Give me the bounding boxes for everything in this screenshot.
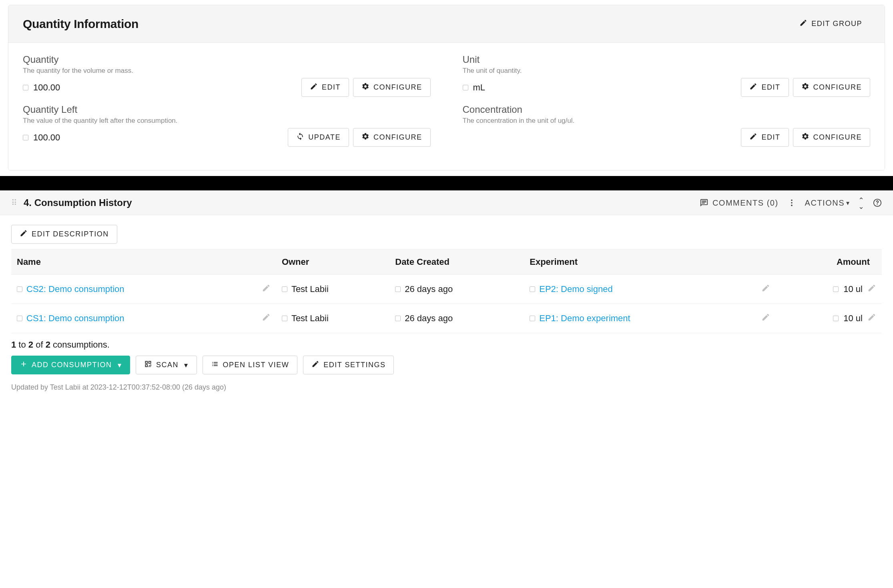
gear-icon: [801, 82, 809, 92]
card-title: Quantity Information: [23, 17, 138, 31]
open-list-view-button[interactable]: OPEN LIST VIEW: [203, 356, 298, 374]
edit-row-icon[interactable]: [867, 284, 876, 295]
field-label: Quantity: [23, 54, 431, 65]
divider-bar: [0, 176, 893, 190]
qr-icon: [144, 360, 152, 370]
checkbox-icon[interactable]: [23, 85, 28, 90]
consumption-history-section: ⠿ 4. Consumption History COMMENTS (0) AC…: [0, 190, 893, 396]
card-header: Quantity Information EDIT GROUP: [8, 5, 885, 43]
field-quantity-left: Quantity Left The value of the quantity …: [23, 104, 431, 147]
list-icon: [211, 360, 219, 370]
section-header: ⠿ 4. Consumption History COMMENTS (0) AC…: [0, 190, 893, 215]
sync-icon: [296, 132, 304, 142]
checkbox-icon[interactable]: [17, 316, 22, 321]
edit-description-button[interactable]: EDIT DESCRIPTION: [11, 225, 117, 244]
pencil-icon: [749, 132, 757, 142]
drag-handle-icon[interactable]: ⠿: [11, 199, 18, 207]
plus-icon: [20, 360, 28, 370]
row-experiment-link[interactable]: EP1: Demo experiment: [539, 313, 630, 324]
col-experiment: Experiment: [524, 250, 775, 275]
table-row: CS1: Demo consumptionTest Labii26 days a…: [11, 304, 882, 333]
row-date: 26 days ago: [405, 313, 453, 324]
field-label: Concentration: [463, 104, 871, 115]
gear-icon: [801, 132, 809, 142]
field-label: Unit: [463, 54, 871, 65]
field-value: mL: [473, 82, 486, 93]
edit-row-icon[interactable]: [262, 284, 271, 295]
checkbox-icon[interactable]: [17, 286, 22, 292]
field-value-row: mL: [463, 82, 486, 93]
actions-menu[interactable]: ACTIONS ▾: [805, 198, 849, 208]
checkbox-icon[interactable]: [530, 286, 535, 292]
pencil-icon: [311, 360, 319, 370]
consumption-table: Name Owner Date Created Experiment Amoun…: [11, 249, 882, 333]
edit-group-label: EDIT GROUP: [811, 20, 862, 28]
configure-button[interactable]: CONFIGURE: [353, 128, 431, 147]
checkbox-icon[interactable]: [282, 316, 287, 321]
comments-button[interactable]: COMMENTS (0): [700, 198, 779, 208]
checkbox-icon[interactable]: [833, 316, 839, 321]
col-owner: Owner: [276, 250, 389, 275]
field-label: Quantity Left: [23, 104, 431, 115]
row-owner: Test Labii: [291, 313, 329, 324]
button-row: ADD CONSUMPTION ▾ SCAN ▾ OPEN LIST VIEW …: [11, 356, 882, 374]
caret-down-icon: ▾: [846, 199, 849, 207]
row-owner: Test Labii: [291, 284, 329, 294]
help-icon[interactable]: [873, 198, 882, 207]
field-description: The value of the quantity left after the…: [23, 117, 431, 125]
table-header-row: Name Owner Date Created Experiment Amoun…: [11, 250, 882, 275]
col-date: Date Created: [389, 250, 524, 275]
pencil-icon: [799, 19, 807, 29]
edit-settings-button[interactable]: EDIT SETTINGS: [303, 356, 394, 374]
configure-button[interactable]: CONFIGURE: [793, 78, 871, 97]
field-description: The quantity for the volume or mass.: [23, 67, 431, 75]
collapse-icon[interactable]: ⌃⌃: [858, 198, 864, 207]
field-value: 100.00: [33, 132, 60, 143]
checkbox-icon[interactable]: [395, 286, 401, 292]
configure-button[interactable]: CONFIGURE: [353, 78, 431, 97]
pencil-icon: [310, 82, 318, 92]
edit-row-icon[interactable]: [761, 284, 770, 295]
quantity-info-card: Quantity Information EDIT GROUP Quantity…: [8, 5, 885, 170]
checkbox-icon[interactable]: [833, 286, 839, 292]
scan-button[interactable]: SCAN ▾: [136, 356, 197, 374]
row-experiment-link[interactable]: EP2: Demo signed: [539, 284, 612, 294]
pencil-icon: [20, 229, 28, 239]
field-unit: Unit The unit of quantity. mL EDIT CONFI…: [463, 54, 871, 97]
fields-grid: Quantity The quantity for the volume or …: [8, 43, 885, 170]
edit-row-icon[interactable]: [262, 313, 271, 324]
section-title: 4. Consumption History: [24, 197, 132, 208]
edit-button[interactable]: EDIT: [301, 78, 349, 97]
field-value-row: 100.00: [23, 132, 60, 143]
gear-icon: [361, 132, 369, 142]
pencil-icon: [749, 82, 757, 92]
add-consumption-button[interactable]: ADD CONSUMPTION ▾: [11, 356, 130, 374]
pagination-text: 1 to 2 of 2 consumptions.: [11, 340, 882, 350]
edit-row-icon[interactable]: [867, 313, 876, 324]
configure-button[interactable]: CONFIGURE: [793, 128, 871, 147]
edit-button[interactable]: EDIT: [741, 128, 789, 147]
caret-down-icon: ▾: [184, 361, 189, 370]
row-name-link[interactable]: CS2: Demo consumption: [26, 284, 124, 294]
more-icon[interactable]: [787, 198, 796, 207]
checkbox-icon[interactable]: [395, 316, 401, 321]
field-quantity: Quantity The quantity for the volume or …: [23, 54, 431, 97]
edit-button[interactable]: EDIT: [741, 78, 789, 97]
col-amount: Amount: [776, 250, 882, 275]
update-button[interactable]: UPDATE: [288, 128, 349, 147]
row-amount: 10 ul: [843, 284, 863, 294]
gear-icon: [361, 82, 369, 92]
checkbox-icon[interactable]: [282, 286, 287, 292]
edit-row-icon[interactable]: [761, 313, 770, 324]
checkbox-icon[interactable]: [23, 135, 28, 140]
row-date: 26 days ago: [405, 284, 453, 294]
checkbox-icon[interactable]: [463, 85, 468, 90]
row-amount: 10 ul: [843, 313, 863, 324]
checkbox-icon[interactable]: [530, 316, 535, 321]
row-name-link[interactable]: CS1: Demo consumption: [26, 313, 124, 324]
updated-text: Updated by Test Labii at 2023-12-12T00:3…: [11, 383, 882, 392]
col-name: Name: [11, 250, 276, 275]
edit-group-button[interactable]: EDIT GROUP: [791, 15, 870, 33]
field-concentration: Concentration The concentration in the u…: [463, 104, 871, 147]
field-value-row: 100.00: [23, 82, 60, 93]
